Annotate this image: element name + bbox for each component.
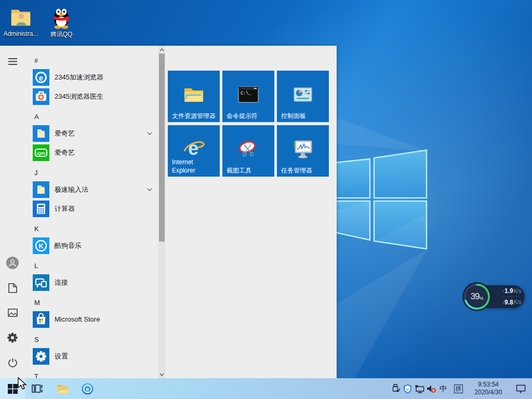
taskbar-file-explorer-button[interactable] — [50, 378, 75, 399]
section-header-label: M — [34, 299, 40, 307]
command-prompt-icon: C:\_ — [237, 83, 260, 106]
windows-start-icon — [8, 384, 18, 394]
documents-button[interactable] — [0, 275, 25, 300]
section-header-label: J — [34, 169, 38, 177]
qq-penguin-icon — [49, 5, 73, 29]
tile-label: 任务管理器 — [281, 166, 326, 175]
app-list-scrollbar — [158, 46, 165, 378]
microsoft-store-icon — [33, 311, 49, 328]
tile-task-manager[interactable]: 任务管理器 — [277, 125, 329, 177]
snipping-tool-icon — [237, 138, 260, 161]
app-item-microsoft-store[interactable]: Microsoft Store — [25, 310, 158, 329]
2345-doctor-icon — [33, 88, 49, 105]
app-folder-jisu-ime[interactable]: 极速输入法 — [25, 180, 158, 199]
app-label: 连接 — [55, 278, 68, 287]
svg-text:iQIYI: iQIYI — [37, 151, 45, 155]
section-header-label: T — [34, 373, 38, 379]
app-item-calculator[interactable]: 计算器 — [25, 199, 158, 218]
taskbar-ime-toolbar-button[interactable] — [25, 378, 50, 399]
app-label: 酷狗音乐 — [55, 241, 82, 250]
section-header-k[interactable]: K — [25, 221, 158, 236]
app-label: 爱奇艺 — [55, 148, 75, 157]
svg-text:C:\_: C:\_ — [241, 91, 251, 96]
scrollbar-thumb[interactable] — [159, 54, 165, 242]
iqiyi-icon: iQIYI — [33, 144, 49, 161]
action-center-button[interactable] — [511, 378, 530, 399]
app-item-2345-browser[interactable]: e 2345加速浏览器 — [25, 68, 158, 87]
tile-label: 截图工具 — [227, 166, 271, 175]
section-header-j[interactable]: J — [25, 165, 158, 180]
app-item-2345-doctor[interactable]: 2345浏览器医生 — [25, 87, 158, 106]
download-row: ↓ 9.8 K/s — [502, 297, 520, 308]
calculator-icon — [33, 201, 49, 217]
start-menu-rail — [0, 46, 25, 378]
section-header-s[interactable]: S — [25, 332, 158, 347]
section-header-hash[interactable]: # — [25, 53, 158, 68]
expand-menu-button[interactable] — [0, 49, 25, 74]
app-item-iqiyi[interactable]: iQIYI 爱奇艺 — [25, 143, 158, 162]
file-explorer-icon — [57, 384, 69, 394]
ime-mode-label: 中 — [440, 384, 447, 394]
app-label: 计算器 — [55, 204, 75, 214]
start-button[interactable] — [0, 378, 25, 399]
security-shield-button[interactable] — [402, 378, 414, 399]
app-label: 爱奇艺 — [55, 129, 75, 138]
network-button[interactable] — [414, 378, 425, 399]
kugou-icon: K — [33, 237, 49, 254]
taskbar-clock[interactable]: 9:53:54 2020/4/30 — [470, 381, 507, 396]
hamburger-icon — [8, 58, 17, 65]
gear-icon — [7, 332, 18, 343]
section-header-t[interactable]: T — [25, 369, 158, 378]
2345-browser-icon: e — [33, 69, 49, 86]
user-account-button[interactable] — [0, 250, 25, 275]
taskbar: e — [0, 378, 532, 399]
section-header-m[interactable]: M — [25, 295, 158, 310]
app-item-settings[interactable]: 设置 — [25, 347, 158, 366]
usb-eject-button[interactable] — [390, 378, 402, 399]
settings-tile-icon — [33, 348, 49, 365]
tile-internet-explorer[interactable]: e Internet Explorer — [168, 125, 220, 177]
tile-file-explorer[interactable]: 文件资源管理器 — [168, 71, 220, 122]
app-item-connect[interactable]: 连接 — [25, 273, 158, 292]
chevron-down-icon[interactable] — [147, 130, 153, 137]
usb-device-icon — [392, 384, 400, 393]
control-panel-icon — [291, 83, 314, 106]
app-label: Microsoft Store — [55, 315, 100, 323]
ime-layout-indicator[interactable]: 拼 — [453, 378, 464, 399]
tile-label: Internet Explorer — [172, 158, 217, 175]
upload-unit: K/s — [514, 288, 521, 294]
app-folder-iqiyi[interactable]: 爱奇艺 — [25, 124, 158, 143]
power-button[interactable] — [0, 350, 25, 375]
desktop-icon-qq[interactable]: 腾讯QQ — [44, 5, 79, 39]
chevron-down-icon — [159, 373, 164, 376]
tile-snipping-tool[interactable]: 截图工具 — [222, 125, 274, 177]
taskbar-browser-button[interactable]: e — [75, 378, 100, 399]
ime-layout-label: 拼 — [454, 384, 463, 393]
app-label: 2345加速浏览器 — [55, 73, 103, 82]
section-header-a[interactable]: A — [25, 109, 158, 124]
scroll-up-button[interactable] — [158, 46, 165, 54]
desktop-icon-administrator[interactable]: Administra... — [3, 5, 38, 37]
tile-label: 控制面板 — [281, 112, 326, 120]
tile-label: 命令提示符 — [227, 112, 271, 120]
scroll-down-button[interactable] — [158, 370, 165, 378]
tile-command-prompt[interactable]: C:\_ 命令提示符 — [222, 71, 274, 122]
chevron-up-icon — [159, 48, 164, 51]
chevron-down-icon[interactable] — [147, 187, 153, 193]
app-label: 极速输入法 — [55, 185, 88, 194]
pictures-button[interactable] — [0, 300, 25, 325]
section-header-l[interactable]: L — [25, 258, 158, 273]
clock-time: 9:53:54 — [470, 381, 507, 389]
task-view-icon — [32, 383, 43, 394]
tile-control-panel[interactable]: 控制面板 — [277, 71, 329, 122]
app-item-kugou[interactable]: K 酷狗音乐 — [25, 236, 158, 255]
download-value: 9.8 — [504, 299, 513, 306]
user-folder-icon — [9, 5, 33, 29]
ime-mode-indicator[interactable]: 中 — [437, 378, 449, 399]
download-unit: K/s — [514, 299, 521, 305]
settings-button[interactable] — [0, 325, 25, 350]
svg-text:e: e — [188, 138, 198, 159]
app-label: 2345浏览器医生 — [55, 92, 103, 101]
volume-muted-button[interactable] — [425, 378, 437, 399]
shield-icon — [403, 384, 412, 394]
